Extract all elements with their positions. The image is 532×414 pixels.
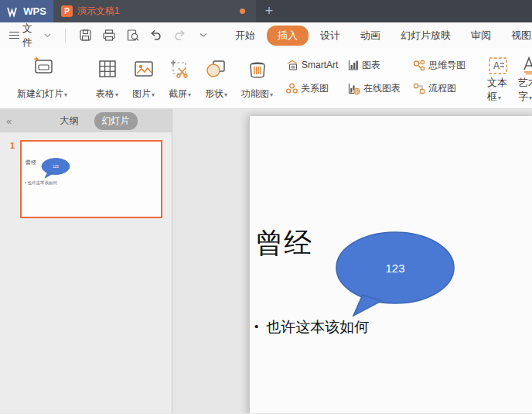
slide-number: 1: [10, 141, 15, 150]
document-tab[interactable]: P 演示文稿1: [53, 0, 256, 22]
tab-insert[interactable]: 插入: [267, 26, 309, 46]
dropdown-arrow: ▾: [115, 91, 118, 98]
editing-canvas: 曾经 123 •也许这本该如何: [172, 109, 532, 413]
thumbnail-speech-bubble: 123: [37, 157, 77, 183]
smartart-icon: [286, 60, 298, 71]
thumbnail-bullet-text: • 也许这本该如何: [25, 180, 57, 186]
flowchart-button[interactable]: 流程图: [413, 80, 478, 97]
print-preview-icon: [126, 29, 140, 42]
slide-panel: « 大纲 幻灯片 1 曾经 123 • 也许这本该如何: [0, 109, 172, 413]
new-slide-button[interactable]: 新建幻灯片▾: [11, 53, 73, 105]
slide-bullet-text[interactable]: •也许这本该如何: [254, 317, 369, 337]
shapes-label: 形状: [205, 88, 223, 99]
toolbar-separator: [65, 29, 66, 43]
undo-button[interactable]: [147, 26, 165, 45]
file-menu-label: 文件: [22, 22, 41, 50]
textbox-button[interactable]: A 文本框▾: [483, 53, 513, 105]
wordart-button[interactable]: 艺术字▾: [513, 53, 532, 105]
flowchart-icon: [413, 83, 425, 94]
textbox-icon: A: [487, 56, 509, 76]
function-diagram-button[interactable]: 功能图▾: [234, 53, 280, 105]
dropdown-arrow: ▾: [529, 94, 532, 101]
titlebar: WPS P 演示文稿1 +: [0, 0, 532, 22]
collapse-panel-button[interactable]: «: [0, 115, 18, 127]
bullet-content: 也许这本该如何: [266, 319, 369, 335]
new-slide-label: 新建幻灯片: [17, 88, 63, 99]
undo-icon: [149, 29, 162, 41]
app-name: WPS: [23, 5, 46, 17]
print-preview-button[interactable]: [123, 26, 142, 45]
print-icon: [102, 29, 116, 42]
mindmap-label: 思维导图: [428, 59, 466, 72]
ribbon: 新建幻灯片▾ 表格▾ 图片▾ 截屏▾: [0, 48, 532, 109]
picture-label: 图片: [132, 88, 151, 99]
file-menu-button[interactable]: 文件: [6, 19, 54, 52]
panel-scrollbar[interactable]: [166, 132, 171, 413]
mindmap-icon: [413, 60, 425, 71]
tab-home[interactable]: 开始: [227, 26, 264, 46]
document-tab-label: 演示文稿1: [77, 5, 235, 18]
screenshot-scissors-icon: [170, 60, 190, 78]
speech-bubble-shape[interactable]: 123: [330, 229, 460, 322]
redo-icon: [173, 29, 186, 41]
chart-label: 图表: [362, 59, 380, 72]
smartart-label: SmartArt: [302, 60, 338, 70]
dropdown-arrow: ▾: [224, 91, 227, 98]
save-button[interactable]: [76, 26, 94, 45]
screenshot-label: 截屏: [169, 88, 187, 99]
svg-text:A: A: [493, 60, 500, 71]
speech-bubble-text: 123: [385, 262, 404, 275]
online-chart-button[interactable]: 在线图表: [348, 80, 413, 97]
chart-button[interactable]: 图表: [348, 56, 413, 74]
screenshot-button[interactable]: 截屏▾: [162, 53, 198, 105]
function-diagram-icon: [247, 60, 268, 79]
wps-w-icon: [7, 7, 19, 16]
workarea: « 大纲 幻灯片 1 曾经 123 • 也许这本该如何 曾经: [0, 109, 532, 413]
shapes-button[interactable]: 形状▾: [198, 53, 234, 105]
tab-slides[interactable]: 幻灯片: [94, 112, 138, 130]
wordart-icon: [518, 56, 532, 76]
diagram-button-group: SmartArt 图表 思维导图: [286, 53, 478, 101]
shapes-icon: [206, 60, 227, 78]
new-tab-button[interactable]: +: [256, 0, 282, 22]
print-button[interactable]: [100, 26, 118, 45]
table-icon: [98, 60, 117, 78]
chevron-down-icon: [200, 33, 207, 38]
slide-thumbnail[interactable]: 曾经 123 • 也许这本该如何: [20, 140, 162, 218]
slide-panel-header: « 大纲 幻灯片: [0, 109, 172, 132]
thumbnail-slide-title: 曾经: [26, 159, 36, 166]
tab-animation[interactable]: 动画: [352, 26, 389, 46]
unsaved-indicator-dot: [240, 9, 245, 14]
smartart-button[interactable]: SmartArt: [286, 56, 348, 74]
tab-view[interactable]: 视图: [503, 26, 532, 46]
online-chart-label: 在线图表: [363, 82, 401, 95]
tab-design[interactable]: 设计: [312, 26, 349, 46]
dropdown-arrow: ▾: [188, 91, 191, 98]
relation-diagram-icon: [286, 83, 298, 94]
picture-button[interactable]: 图片▾: [125, 53, 162, 105]
relation-diagram-button[interactable]: 关系图: [286, 80, 348, 97]
save-icon: [79, 29, 92, 42]
redo-button[interactable]: [170, 26, 189, 45]
table-label: 表格: [96, 88, 114, 99]
online-chart-icon: [348, 83, 360, 94]
dropdown-arrow: ▾: [270, 91, 273, 98]
mindmap-button[interactable]: 思维导图: [413, 56, 478, 74]
dropdown-arrow: ▾: [498, 94, 501, 101]
slide-title-text[interactable]: 曾经: [255, 224, 312, 262]
slide-page[interactable]: 曾经 123 •也许这本该如何: [250, 116, 532, 413]
tab-outline[interactable]: 大纲: [53, 112, 87, 130]
tab-review[interactable]: 审阅: [462, 26, 500, 46]
tab-slideshow[interactable]: 幻灯片放映: [392, 26, 459, 46]
hamburger-icon: [9, 29, 19, 41]
presentation-file-icon: P: [61, 5, 73, 17]
table-button[interactable]: 表格▾: [89, 53, 125, 105]
dropdown-arrow: ▾: [152, 91, 155, 98]
chart-icon: [348, 60, 359, 70]
thumbnail-bubble-text: 123: [53, 165, 59, 169]
slide-thumbnail-list: 1 曾经 123 • 也许这本该如何: [0, 132, 172, 413]
chevron-down-icon: [44, 33, 51, 38]
customize-toolbar-button[interactable]: [194, 26, 213, 45]
menubar: 文件: [0, 22, 532, 48]
function-diagram-label: 功能图: [241, 88, 269, 99]
